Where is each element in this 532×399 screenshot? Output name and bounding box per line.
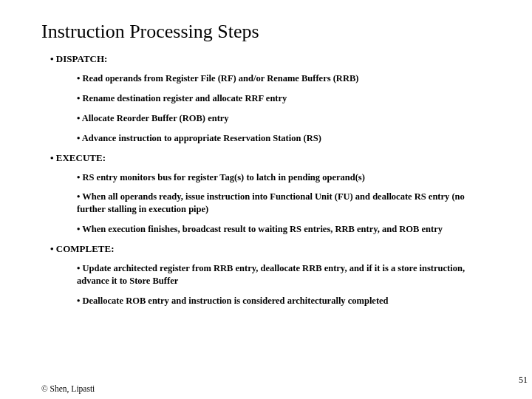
bullet-item: • When execution finishes, broadcast res… (77, 223, 532, 236)
bullet-item: • Rename destination register and alloca… (77, 92, 532, 105)
bullet-item: • Advance instruction to appropriate Res… (77, 132, 532, 145)
bullet-item: • Deallocate ROB entry and instruction i… (77, 295, 532, 307)
section-heading-execute: • EXECUTE: (50, 152, 532, 164)
bullet-item: • Update architected register from RRB e… (77, 262, 532, 287)
footer-copyright: © Shen, Lipasti (41, 384, 95, 393)
bullet-item: • Allocate Reorder Buffer (ROB) entry (77, 112, 532, 125)
section-heading-dispatch: • DISPATCH: (50, 53, 532, 65)
bullet-item: • RS entry monitors bus for register Tag… (77, 171, 532, 184)
bullet-item: • When all operands ready, issue instruc… (77, 191, 532, 216)
slide-title: Instruction Processing Steps (41, 21, 532, 43)
bullet-item: • Read operands from Register File (RF) … (77, 72, 532, 85)
slide: Instruction Processing Steps • DISPATCH:… (0, 0, 532, 399)
section-heading-complete: • COMPLETE: (50, 243, 532, 255)
page-number: 51 (519, 375, 528, 386)
